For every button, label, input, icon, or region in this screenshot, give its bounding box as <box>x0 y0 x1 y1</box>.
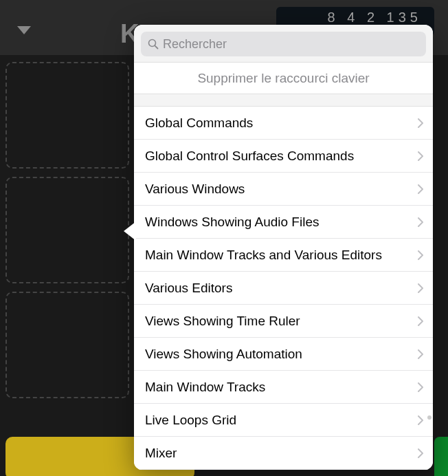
search-icon <box>148 39 159 50</box>
chevron-right-icon <box>418 448 423 458</box>
category-list: Global CommandsGlobal Control Surfaces C… <box>134 107 433 470</box>
category-row[interactable]: Live Loops Grid <box>134 404 433 437</box>
popover-caret-icon <box>124 221 136 241</box>
shortcuts-popover: Supprimer le raccourci clavier Global Co… <box>134 25 433 470</box>
scroll-indicator <box>427 415 432 420</box>
chevron-right-icon <box>418 349 423 359</box>
category-label: Various Windows <box>145 182 245 197</box>
category-row[interactable]: Views Showing Automation <box>134 338 433 371</box>
category-row[interactable]: Global Control Surfaces Commands <box>134 140 433 173</box>
category-row[interactable]: Various Editors <box>134 272 433 305</box>
search-input[interactable] <box>163 37 419 52</box>
category-row[interactable]: Windows Showing Audio Files <box>134 206 433 239</box>
track-slot[interactable] <box>5 177 129 283</box>
chevron-right-icon <box>418 283 423 293</box>
delete-shortcut-button[interactable]: Supprimer le raccourci clavier <box>134 63 433 94</box>
section-separator <box>134 94 433 107</box>
svg-line-1 <box>155 45 157 48</box>
track-slot[interactable] <box>5 292 129 398</box>
chevron-right-icon <box>418 118 423 128</box>
category-label: Windows Showing Audio Files <box>145 215 319 230</box>
chevron-right-icon <box>418 382 423 392</box>
category-label: Views Showing Automation <box>145 347 302 362</box>
chevron-right-icon <box>418 316 423 326</box>
category-label: Global Commands <box>145 116 253 131</box>
chevron-right-icon <box>418 151 423 161</box>
delete-shortcut-label: Supprimer le raccourci clavier <box>197 71 369 86</box>
category-label: Mixer <box>145 446 177 461</box>
chevron-right-icon <box>418 250 423 260</box>
category-row[interactable]: Global Commands <box>134 107 433 140</box>
track-slots <box>5 62 129 407</box>
dropdown-arrow-icon[interactable] <box>17 26 31 34</box>
category-row[interactable]: Various Windows <box>134 173 433 206</box>
category-label: Global Control Surfaces Commands <box>145 149 354 164</box>
search-box[interactable] <box>141 32 426 56</box>
green-region[interactable] <box>434 437 448 476</box>
track-slot[interactable] <box>5 62 129 169</box>
category-row[interactable]: Mixer <box>134 437 433 470</box>
position-counter: 8 4 2 135 <box>328 10 422 25</box>
category-row[interactable]: Views Showing Time Ruler <box>134 305 433 338</box>
category-label: Views Showing Time Ruler <box>145 314 300 329</box>
category-label: Various Editors <box>145 281 232 296</box>
category-label: Main Window Tracks <box>145 380 265 395</box>
chevron-right-icon <box>418 184 423 194</box>
search-container <box>134 25 433 63</box>
category-row[interactable]: Main Window Tracks <box>134 371 433 404</box>
chevron-right-icon <box>418 217 423 227</box>
category-row[interactable]: Main Window Tracks and Various Editors <box>134 239 433 272</box>
chevron-right-icon <box>418 415 423 425</box>
category-label: Live Loops Grid <box>145 413 236 428</box>
category-label: Main Window Tracks and Various Editors <box>145 248 382 263</box>
